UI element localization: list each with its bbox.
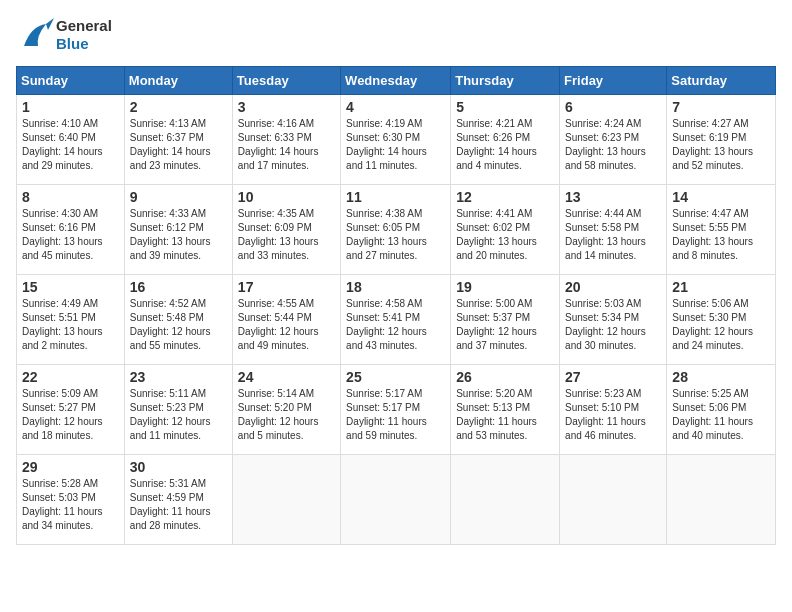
day-cell-14: 14Sunrise: 4:47 AM Sunset: 5:55 PM Dayli… <box>667 185 776 275</box>
day-number: 27 <box>565 369 661 385</box>
day-cell-30: 30Sunrise: 5:31 AM Sunset: 4:59 PM Dayli… <box>124 455 232 545</box>
header-tuesday: Tuesday <box>232 67 340 95</box>
day-cell-7: 7Sunrise: 4:27 AM Sunset: 6:19 PM Daylig… <box>667 95 776 185</box>
day-cell-8: 8Sunrise: 4:30 AM Sunset: 6:16 PM Daylig… <box>17 185 125 275</box>
empty-cell <box>232 455 340 545</box>
header-friday: Friday <box>560 67 667 95</box>
day-info: Sunrise: 4:10 AM Sunset: 6:40 PM Dayligh… <box>22 117 119 173</box>
day-info: Sunrise: 4:21 AM Sunset: 6:26 PM Dayligh… <box>456 117 554 173</box>
day-number: 25 <box>346 369 445 385</box>
day-info: Sunrise: 4:58 AM Sunset: 5:41 PM Dayligh… <box>346 297 445 353</box>
day-number: 24 <box>238 369 335 385</box>
day-cell-17: 17Sunrise: 4:55 AM Sunset: 5:44 PM Dayli… <box>232 275 340 365</box>
day-info: Sunrise: 5:03 AM Sunset: 5:34 PM Dayligh… <box>565 297 661 353</box>
day-info: Sunrise: 5:20 AM Sunset: 5:13 PM Dayligh… <box>456 387 554 443</box>
day-cell-13: 13Sunrise: 4:44 AM Sunset: 5:58 PM Dayli… <box>560 185 667 275</box>
day-cell-1: 1Sunrise: 4:10 AM Sunset: 6:40 PM Daylig… <box>17 95 125 185</box>
day-info: Sunrise: 4:52 AM Sunset: 5:48 PM Dayligh… <box>130 297 227 353</box>
day-cell-23: 23Sunrise: 5:11 AM Sunset: 5:23 PM Dayli… <box>124 365 232 455</box>
empty-cell <box>341 455 451 545</box>
day-number: 10 <box>238 189 335 205</box>
logo-container: General Blue <box>16 16 112 54</box>
day-number: 4 <box>346 99 445 115</box>
day-info: Sunrise: 4:27 AM Sunset: 6:19 PM Dayligh… <box>672 117 770 173</box>
day-info: Sunrise: 4:35 AM Sunset: 6:09 PM Dayligh… <box>238 207 335 263</box>
day-number: 17 <box>238 279 335 295</box>
day-number: 3 <box>238 99 335 115</box>
day-info: Sunrise: 4:24 AM Sunset: 6:23 PM Dayligh… <box>565 117 661 173</box>
day-cell-5: 5Sunrise: 4:21 AM Sunset: 6:26 PM Daylig… <box>451 95 560 185</box>
day-cell-22: 22Sunrise: 5:09 AM Sunset: 5:27 PM Dayli… <box>17 365 125 455</box>
day-info: Sunrise: 4:13 AM Sunset: 6:37 PM Dayligh… <box>130 117 227 173</box>
day-number: 16 <box>130 279 227 295</box>
day-info: Sunrise: 5:00 AM Sunset: 5:37 PM Dayligh… <box>456 297 554 353</box>
day-cell-4: 4Sunrise: 4:19 AM Sunset: 6:30 PM Daylig… <box>341 95 451 185</box>
day-cell-24: 24Sunrise: 5:14 AM Sunset: 5:20 PM Dayli… <box>232 365 340 455</box>
day-number: 29 <box>22 459 119 475</box>
week-row-5: 29Sunrise: 5:28 AM Sunset: 5:03 PM Dayli… <box>17 455 776 545</box>
day-number: 30 <box>130 459 227 475</box>
day-number: 1 <box>22 99 119 115</box>
empty-cell <box>560 455 667 545</box>
day-info: Sunrise: 4:47 AM Sunset: 5:55 PM Dayligh… <box>672 207 770 263</box>
week-row-3: 15Sunrise: 4:49 AM Sunset: 5:51 PM Dayli… <box>17 275 776 365</box>
day-info: Sunrise: 5:09 AM Sunset: 5:27 PM Dayligh… <box>22 387 119 443</box>
day-info: Sunrise: 4:30 AM Sunset: 6:16 PM Dayligh… <box>22 207 119 263</box>
day-number: 13 <box>565 189 661 205</box>
day-number: 5 <box>456 99 554 115</box>
day-number: 18 <box>346 279 445 295</box>
header-monday: Monday <box>124 67 232 95</box>
day-cell-15: 15Sunrise: 4:49 AM Sunset: 5:51 PM Dayli… <box>17 275 125 365</box>
day-info: Sunrise: 4:49 AM Sunset: 5:51 PM Dayligh… <box>22 297 119 353</box>
day-number: 19 <box>456 279 554 295</box>
day-cell-11: 11Sunrise: 4:38 AM Sunset: 6:05 PM Dayli… <box>341 185 451 275</box>
day-number: 9 <box>130 189 227 205</box>
day-number: 23 <box>130 369 227 385</box>
day-number: 15 <box>22 279 119 295</box>
day-number: 14 <box>672 189 770 205</box>
header-thursday: Thursday <box>451 67 560 95</box>
day-number: 20 <box>565 279 661 295</box>
day-cell-18: 18Sunrise: 4:58 AM Sunset: 5:41 PM Dayli… <box>341 275 451 365</box>
day-cell-20: 20Sunrise: 5:03 AM Sunset: 5:34 PM Dayli… <box>560 275 667 365</box>
day-info: Sunrise: 5:06 AM Sunset: 5:30 PM Dayligh… <box>672 297 770 353</box>
logo-general: General <box>56 17 112 35</box>
empty-cell <box>451 455 560 545</box>
calendar-header-row: SundayMondayTuesdayWednesdayThursdayFrid… <box>17 67 776 95</box>
header-wednesday: Wednesday <box>341 67 451 95</box>
day-info: Sunrise: 5:23 AM Sunset: 5:10 PM Dayligh… <box>565 387 661 443</box>
day-cell-25: 25Sunrise: 5:17 AM Sunset: 5:17 PM Dayli… <box>341 365 451 455</box>
week-row-1: 1Sunrise: 4:10 AM Sunset: 6:40 PM Daylig… <box>17 95 776 185</box>
day-cell-27: 27Sunrise: 5:23 AM Sunset: 5:10 PM Dayli… <box>560 365 667 455</box>
day-cell-12: 12Sunrise: 4:41 AM Sunset: 6:02 PM Dayli… <box>451 185 560 275</box>
day-number: 26 <box>456 369 554 385</box>
day-info: Sunrise: 4:44 AM Sunset: 5:58 PM Dayligh… <box>565 207 661 263</box>
day-cell-9: 9Sunrise: 4:33 AM Sunset: 6:12 PM Daylig… <box>124 185 232 275</box>
day-cell-21: 21Sunrise: 5:06 AM Sunset: 5:30 PM Dayli… <box>667 275 776 365</box>
calendar-table: SundayMondayTuesdayWednesdayThursdayFrid… <box>16 66 776 545</box>
day-number: 21 <box>672 279 770 295</box>
logo: General Blue <box>16 16 112 54</box>
day-info: Sunrise: 5:17 AM Sunset: 5:17 PM Dayligh… <box>346 387 445 443</box>
day-number: 28 <box>672 369 770 385</box>
logo-blue: Blue <box>56 35 112 53</box>
day-info: Sunrise: 4:19 AM Sunset: 6:30 PM Dayligh… <box>346 117 445 173</box>
day-info: Sunrise: 4:16 AM Sunset: 6:33 PM Dayligh… <box>238 117 335 173</box>
week-row-4: 22Sunrise: 5:09 AM Sunset: 5:27 PM Dayli… <box>17 365 776 455</box>
day-info: Sunrise: 4:41 AM Sunset: 6:02 PM Dayligh… <box>456 207 554 263</box>
logo-bird-icon <box>16 16 54 54</box>
header-saturday: Saturday <box>667 67 776 95</box>
header-sunday: Sunday <box>17 67 125 95</box>
day-number: 2 <box>130 99 227 115</box>
day-info: Sunrise: 4:33 AM Sunset: 6:12 PM Dayligh… <box>130 207 227 263</box>
day-info: Sunrise: 4:55 AM Sunset: 5:44 PM Dayligh… <box>238 297 335 353</box>
day-number: 6 <box>565 99 661 115</box>
day-cell-19: 19Sunrise: 5:00 AM Sunset: 5:37 PM Dayli… <box>451 275 560 365</box>
day-cell-16: 16Sunrise: 4:52 AM Sunset: 5:48 PM Dayli… <box>124 275 232 365</box>
day-cell-28: 28Sunrise: 5:25 AM Sunset: 5:06 PM Dayli… <box>667 365 776 455</box>
day-number: 7 <box>672 99 770 115</box>
day-cell-26: 26Sunrise: 5:20 AM Sunset: 5:13 PM Dayli… <box>451 365 560 455</box>
day-info: Sunrise: 5:25 AM Sunset: 5:06 PM Dayligh… <box>672 387 770 443</box>
day-number: 8 <box>22 189 119 205</box>
day-cell-2: 2Sunrise: 4:13 AM Sunset: 6:37 PM Daylig… <box>124 95 232 185</box>
